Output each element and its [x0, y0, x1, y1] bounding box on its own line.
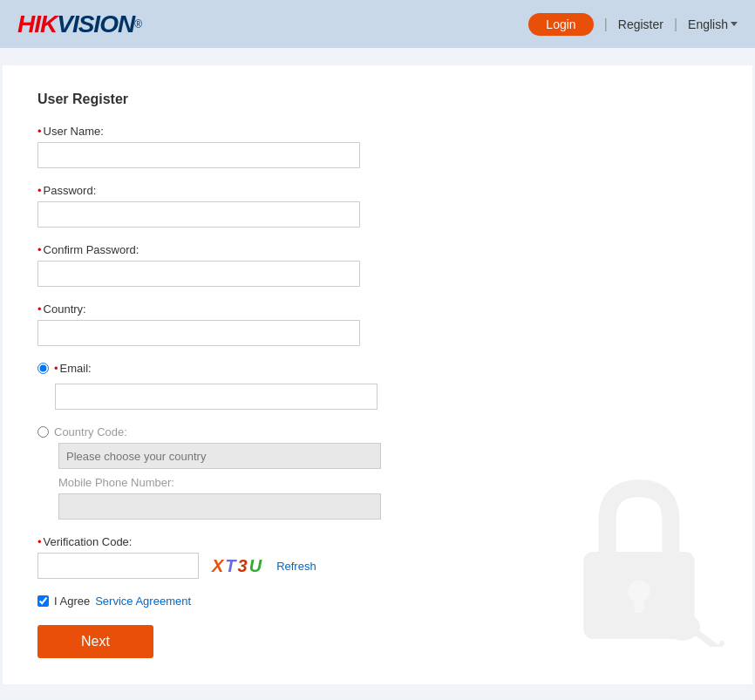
- captcha-char-x: X: [212, 556, 225, 576]
- svg-rect-2: [635, 595, 644, 613]
- logo-registered: ®: [134, 18, 142, 31]
- verification-input[interactable]: [37, 553, 199, 579]
- required-star: •: [37, 125, 42, 138]
- password-label: •Password:: [37, 184, 718, 197]
- country-code-label: Country Code:: [54, 425, 127, 438]
- service-agreement-link[interactable]: Service Agreement: [95, 595, 191, 608]
- captcha-char-3: 3: [238, 556, 249, 576]
- email-input[interactable]: [55, 384, 378, 410]
- mobile-input: [58, 493, 381, 520]
- country-input[interactable]: [37, 320, 360, 346]
- email-radio[interactable]: [37, 363, 49, 374]
- required-star-4: •: [37, 302, 42, 316]
- next-button[interactable]: Next: [37, 625, 153, 658]
- captcha-char-t: T: [225, 556, 237, 576]
- email-radio-option[interactable]: •Email:: [37, 362, 718, 375]
- country-group: •Country:: [37, 302, 718, 346]
- logo: HIKVISION®: [17, 10, 142, 38]
- required-star-5: •: [54, 362, 58, 375]
- confirm-password-group: •Confirm Password:: [37, 243, 718, 287]
- header-nav: Login | Register | English: [528, 13, 738, 36]
- phone-radio-option[interactable]: Country Code:: [37, 425, 718, 438]
- register-link[interactable]: Register: [618, 17, 663, 31]
- main-content: User Register •User Name: •Password: •Co…: [3, 65, 752, 684]
- contact-method-group: •Email:: [37, 362, 718, 410]
- lock-illustration: [552, 472, 726, 649]
- username-input[interactable]: [37, 142, 360, 168]
- chevron-down-icon: [731, 22, 738, 26]
- logo-vision: VISION: [57, 10, 134, 38]
- nav-divider: |: [604, 17, 608, 32]
- country-label: •Country:: [37, 302, 718, 316]
- country-code-input: [58, 443, 381, 469]
- captcha-char-u: U: [249, 556, 263, 576]
- form-title: User Register: [37, 92, 718, 107]
- confirm-password-input[interactable]: [37, 261, 360, 287]
- language-selector[interactable]: English: [688, 17, 738, 31]
- agree-checkbox[interactable]: [37, 595, 49, 607]
- password-input[interactable]: [37, 201, 360, 228]
- language-label: English: [688, 17, 728, 31]
- refresh-link[interactable]: Refresh: [276, 560, 316, 573]
- username-label: •User Name:: [37, 125, 718, 138]
- login-button[interactable]: Login: [528, 13, 593, 36]
- username-group: •User Name:: [37, 125, 718, 168]
- confirm-password-label: •Confirm Password:: [37, 243, 718, 256]
- header: HIKVISION® Login | Register | English: [0, 0, 755, 48]
- phone-radio[interactable]: [37, 426, 49, 438]
- required-star-3: •: [37, 243, 42, 256]
- email-label: •Email:: [54, 362, 92, 375]
- password-group: •Password:: [37, 184, 718, 228]
- required-star-2: •: [37, 184, 42, 197]
- captcha-image: XT3U: [207, 554, 268, 578]
- logo-hik: HIK: [17, 10, 57, 38]
- agree-text: I Agree: [54, 595, 90, 608]
- required-star-6: •: [37, 535, 42, 548]
- nav-divider-2: |: [674, 17, 677, 32]
